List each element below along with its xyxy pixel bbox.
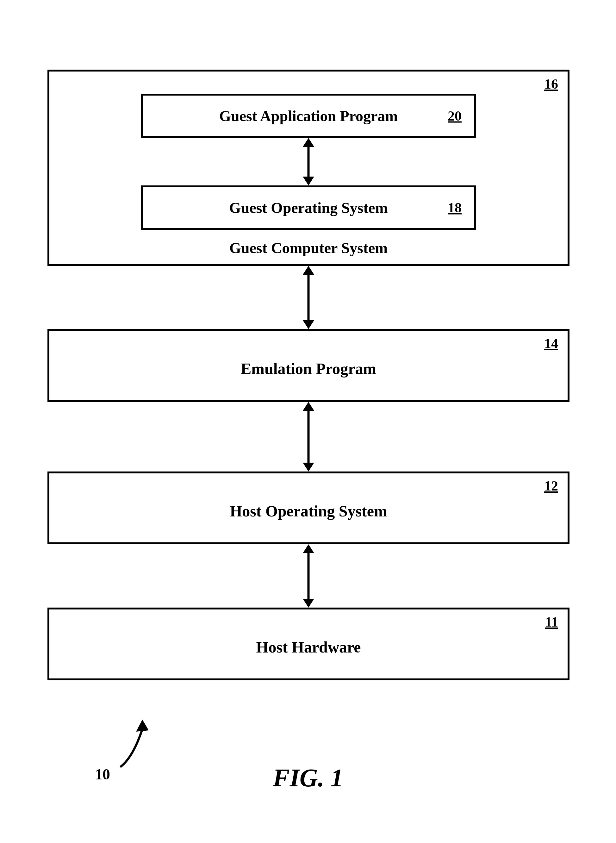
ref-number: 20 [448,108,462,124]
double-arrow-icon [299,544,318,608]
emulation-program-box: 14 Emulation Program [47,329,569,402]
ref-number: 11 [545,614,558,630]
architecture-diagram: 16 Guest Application Program 20 Guest Op… [47,70,569,680]
arrow-connector [47,402,569,472]
double-arrow-icon [299,266,318,329]
svg-marker-12 [136,720,149,732]
guest-system-caption: Guest Computer System [49,239,568,257]
guest-operating-system-box: Guest Operating System 18 [141,185,476,230]
arrow-connector [49,138,568,185]
ref-number: 14 [544,336,558,352]
svg-marker-11 [303,599,314,608]
svg-marker-10 [303,544,314,553]
double-arrow-icon [299,138,318,185]
svg-marker-1 [303,138,314,147]
box-label: Guest Application Program [219,107,398,125]
arrow-connector [47,266,569,329]
box-label: Guest Operating System [229,199,387,217]
ref-number: 16 [544,76,558,92]
svg-marker-4 [303,266,314,275]
host-operating-system-box: 12 Host Operating System [47,472,569,544]
box-label: Host Hardware [256,638,361,656]
ref-number-10: 10 [95,765,110,783]
figure-caption: FIG. 1 [273,764,343,792]
arrow-connector [47,544,569,608]
box-label: Emulation Program [241,359,376,378]
double-arrow-icon [299,402,318,472]
ref-number: 12 [544,478,558,494]
curved-arrow-icon [117,717,161,770]
svg-marker-8 [303,463,314,472]
guest-application-program-box: Guest Application Program 20 [141,94,476,138]
svg-marker-2 [303,177,314,185]
svg-marker-5 [303,320,314,329]
ref-number: 18 [448,200,462,216]
svg-marker-7 [303,402,314,411]
guest-computer-system-box: 16 Guest Application Program 20 Guest Op… [47,70,569,266]
host-hardware-box: 11 Host Hardware [47,608,569,680]
box-label: Host Operating System [230,502,387,520]
